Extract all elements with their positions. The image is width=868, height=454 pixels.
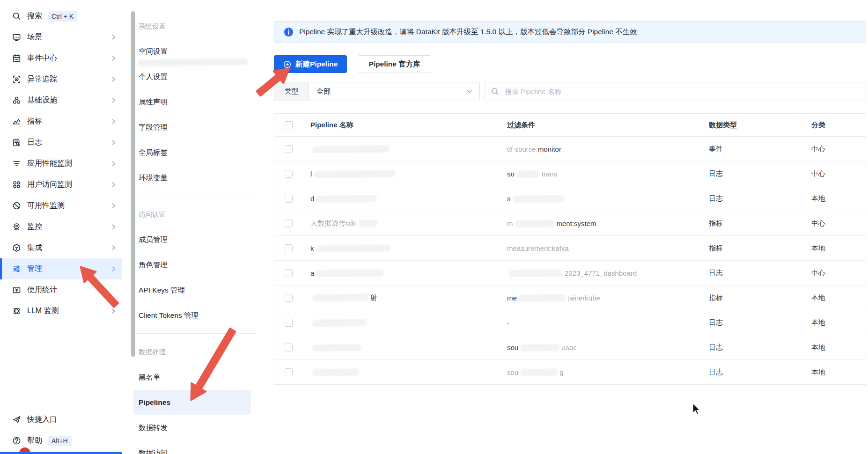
row-checkbox[interactable] [285, 319, 293, 327]
official-library-button[interactable]: Pipeline 官方库 [358, 55, 431, 73]
filter-condition-cell: sotrans [497, 170, 699, 178]
sidebar-item-search[interactable]: 搜索Ctrl + K [0, 6, 122, 27]
sidebar-item-llm-monitoring[interactable]: LLM 监测 [0, 300, 122, 322]
pipeline-table-row[interactable]: soug日志本地 [274, 360, 866, 384]
row-checkbox[interactable] [285, 269, 293, 277]
submenu-item-数据转发[interactable]: 数据转发 [122, 415, 258, 440]
row-checkbox-cell [274, 269, 300, 277]
create-pipeline-button[interactable]: 新建Pipeline [274, 55, 347, 73]
submenu-item-数据访问[interactable]: 数据访问 [122, 440, 258, 454]
sidebar-item-label: 管理 [27, 264, 42, 274]
sidebar-item-infrastructure[interactable]: 基础设施 [0, 90, 122, 111]
row-checkbox[interactable] [285, 220, 293, 227]
submenu-scrollbar[interactable] [131, 11, 135, 357]
submenu-item-api-keys-管理[interactable]: API Keys 管理 [122, 278, 258, 303]
circle-plus-icon [283, 60, 291, 68]
redaction-smudge [312, 293, 368, 302]
anomaly-tracking-icon [12, 75, 21, 84]
row-checkbox[interactable] [285, 170, 293, 178]
llm-monitoring-icon [12, 307, 21, 315]
category-cell: 中心 [801, 269, 866, 278]
row-checkbox[interactable] [285, 344, 293, 351]
scene-icon [12, 33, 21, 42]
row-checkbox-cell [274, 244, 300, 252]
chevron-right-icon [112, 98, 116, 103]
select-all-checkbox[interactable] [285, 121, 293, 129]
pipeline-table-row[interactable]: a2023_4771_dashboard日志中心 [274, 261, 866, 286]
submenu-item-个人设置[interactable]: 个人设置 [122, 64, 258, 89]
integration-icon [12, 243, 21, 252]
cell-text-fragment: 射 [370, 293, 377, 301]
sidebar-item-integration[interactable]: 集成 [0, 237, 122, 258]
submenu-item-黑名单[interactable]: 黑名单 [122, 365, 258, 390]
data-type-cell: 指标 [699, 219, 801, 228]
pipeline-table-row[interactable]: kmeasurement:kafka指标本地 [274, 236, 866, 261]
data-type-cell: 事件 [699, 145, 801, 154]
pipeline-search-input[interactable] [504, 87, 866, 96]
data-type-cell: 日志 [699, 368, 801, 377]
sidebar-item-management[interactable]: 管理 [0, 258, 122, 279]
type-filter-select[interactable]: 类型 全部 [274, 82, 480, 101]
pipeline-name-cell [300, 344, 497, 351]
submenu-item-成员管理[interactable]: 成员管理 [122, 227, 258, 252]
pipeline-table-row[interactable]: ds日志本地 [274, 186, 866, 211]
submenu-item-环境变量[interactable]: 环境变量 [122, 165, 258, 190]
cell-text-fragment: me [507, 294, 517, 302]
cell-text-fragment: df source: [507, 145, 538, 153]
main-sidebar: 搜索Ctrl + K场景事件中心异常追踪基础设施指标日志应用性能监测用户访问监测… [0, 0, 122, 454]
pipeline-table-row[interactable]: 大数据透传cdnmment:system指标中心 [274, 211, 866, 236]
sidebar-item-logs[interactable]: 日志 [0, 132, 122, 153]
redaction-smudge [312, 344, 361, 351]
submenu-item-client-tokens-管理[interactable]: Client Tokens 管理 [122, 303, 258, 328]
pipeline-name-cell: k [300, 244, 497, 252]
redaction-smudge [520, 368, 558, 376]
sidebar-item-anomaly-tracking[interactable]: 异常追踪 [0, 69, 122, 90]
sidebar-item-monitoring[interactable]: 监控 [0, 216, 122, 237]
sidebar-item-usage-stats[interactable]: 使用统计 [0, 279, 122, 300]
sidebar-item-metrics[interactable]: 指标 [0, 111, 122, 132]
submenu-item-属性声明[interactable]: 属性声明 [122, 89, 258, 115]
pipeline-table-row[interactable]: -日志本地 [274, 310, 866, 335]
redaction-smudge [316, 195, 377, 203]
row-checkbox[interactable] [285, 294, 293, 302]
row-checkbox[interactable] [285, 244, 293, 252]
sidebar-item-event-center[interactable]: 事件中心 [0, 48, 122, 69]
submenu-item-pipelines[interactable]: Pipelines [133, 390, 251, 415]
category-cell: 本地 [801, 194, 866, 203]
pipeline-name-cell [300, 145, 497, 153]
row-checkbox[interactable] [285, 145, 293, 153]
pipeline-table-row[interactable]: df source:monitor事件中心 [274, 137, 866, 161]
pipeline-table-row[interactable]: 射metainerkube指标本地 [274, 286, 866, 310]
settings-submenu: 系统设置空间设置个人设置属性声明字段管理全局标签环境变量访问认证成员管理角色管理… [122, 0, 258, 454]
sidebar-item-availability[interactable]: 可用性监测 [0, 195, 122, 216]
sidebar-item-label: 基础设施 [27, 95, 57, 105]
pipeline-name-cell: l [300, 170, 497, 178]
cell-text-fragment: monitor [538, 145, 561, 153]
submenu-item-字段管理[interactable]: 字段管理 [122, 115, 258, 140]
redaction-smudge [515, 220, 554, 227]
cell-text-fragment: s [507, 195, 511, 203]
table-header-row: Pipeline 名称 过滤条件 数据类型 分类 [274, 114, 866, 137]
sidebar-item-apm[interactable]: 应用性能监测 [0, 153, 122, 174]
rum-icon [12, 180, 21, 189]
submenu-item-全局标签[interactable]: 全局标签 [122, 140, 258, 165]
sidebar-item-shortcut-entry[interactable]: 快捷入口 [0, 409, 122, 430]
action-buttons-row: 新建Pipeline Pipeline 官方库 [274, 55, 431, 73]
filter-condition-cell: souasoc [497, 344, 699, 351]
column-header-filter: 过滤条件 [497, 121, 699, 130]
row-checkbox[interactable] [285, 368, 293, 376]
pipelines-admin-page: { "colors":{"accent":"#2166ef","annotati… [0, 0, 868, 454]
cell-text-fragment: g [559, 368, 563, 376]
sidebar-item-scene[interactable]: 场景 [0, 27, 122, 48]
submenu-item-角色管理[interactable]: 角色管理 [122, 252, 258, 278]
sidebar-item-label: 指标 [27, 117, 42, 126]
pipeline-table-row[interactable]: souasoc日志本地 [274, 335, 866, 360]
sidebar-item-rum[interactable]: 用户访问监测 [0, 174, 122, 195]
redaction-smudge [509, 269, 563, 277]
pipeline-table-row[interactable]: lsotrans日志中心 [274, 161, 866, 186]
row-checkbox[interactable] [285, 195, 293, 203]
filter-condition-cell: mment:system [497, 220, 699, 227]
sidebar-item-label: LLM 监测 [27, 306, 59, 316]
sidebar-item-help[interactable]: 帮助Alt+H [0, 430, 122, 451]
shortcut-entry-icon [12, 415, 21, 424]
